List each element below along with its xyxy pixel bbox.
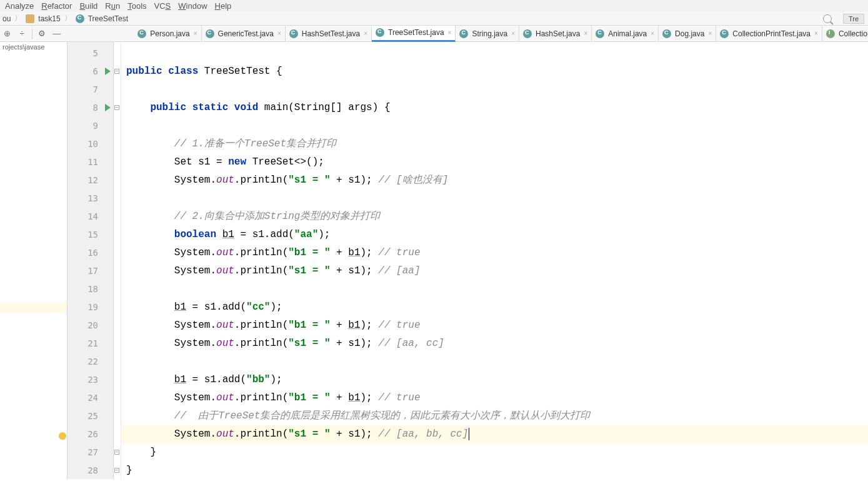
- code-line-16[interactable]: System.out.println("b1 = " + b1); // tru…: [121, 244, 868, 262]
- gutter-line[interactable]: 10: [67, 135, 113, 153]
- run-icon[interactable]: [105, 68, 111, 75]
- menu-tools[interactable]: Tools: [127, 1, 146, 11]
- code-line-21[interactable]: System.out.println("s1 = " + s1); // [aa…: [121, 335, 868, 353]
- gutter-line[interactable]: 26: [67, 425, 113, 443]
- gutter-line[interactable]: 9: [67, 117, 113, 135]
- menu-help[interactable]: Help: [215, 1, 232, 11]
- class-icon: [137, 29, 146, 38]
- code-line-20[interactable]: System.out.println("b1 = " + b1); // tru…: [121, 316, 868, 335]
- gutter-line[interactable]: 25: [67, 407, 113, 425]
- search-icon[interactable]: [823, 14, 832, 23]
- interface-icon: [826, 29, 835, 38]
- menu-analyze[interactable]: Analyze: [5, 1, 34, 11]
- code-line-9[interactable]: [121, 117, 868, 135]
- run-icon[interactable]: [105, 104, 111, 111]
- tab-collectionprinttest-java[interactable]: CollectionPrintTest.java×: [716, 26, 822, 41]
- tab-generictest-java[interactable]: GenericTest.java×: [202, 26, 286, 41]
- selected-file-item[interactable]: [0, 302, 67, 312]
- close-icon[interactable]: ×: [708, 30, 712, 37]
- code-line-23[interactable]: b1 = s1.add("bb");: [121, 371, 868, 389]
- gutter-line[interactable]: 20: [67, 316, 113, 335]
- code-line-5[interactable]: [121, 44, 868, 63]
- fold-icon[interactable]: −: [114, 450, 119, 455]
- code-line-27[interactable]: }: [121, 443, 868, 462]
- tab-label: TreeSetTest.java: [388, 28, 444, 37]
- tab-treesettest-java[interactable]: TreeSetTest.java×: [372, 26, 456, 42]
- code-body[interactable]: public class TreeSetTest { public static…: [121, 42, 868, 479]
- gutter-line[interactable]: 8−: [67, 99, 113, 117]
- breadcrumb-bar: ou 〉 task15 〉 TreeSetTest Tre: [0, 12, 868, 26]
- gutter-line[interactable]: 17: [67, 262, 113, 280]
- tab-person-java[interactable]: Person.java×: [134, 26, 201, 41]
- tree-button[interactable]: Tre: [843, 14, 864, 24]
- code-line-26[interactable]: System.out.println("s1 = " + s1); // [aa…: [121, 425, 868, 443]
- breadcrumb-part[interactable]: task15: [38, 14, 60, 23]
- code-line-14[interactable]: // 2.向集合中添加String类型的对象并打印: [121, 208, 868, 226]
- tab-hashset-java[interactable]: HashSet.java×: [519, 26, 592, 41]
- code-line-19[interactable]: b1 = s1.add("cc");: [121, 298, 868, 316]
- tab-collection-java[interactable]: Collection.java×: [822, 26, 868, 41]
- gutter-line[interactable]: 14: [67, 208, 113, 226]
- code-line-7[interactable]: [121, 81, 868, 99]
- gutter-line[interactable]: 11: [67, 153, 113, 171]
- gutter-line[interactable]: 28−: [67, 462, 113, 479]
- tab-string-java[interactable]: String.java×: [456, 26, 519, 41]
- intention-bulb-icon[interactable]: [59, 432, 66, 440]
- fold-icon[interactable]: −: [114, 69, 119, 74]
- code-line-13[interactable]: [121, 190, 868, 208]
- code-line-17[interactable]: System.out.println("s1 = " + s1); // [aa…: [121, 262, 868, 280]
- menu-refactor[interactable]: Refactor: [41, 1, 72, 11]
- close-icon[interactable]: ×: [448, 29, 452, 36]
- code-line-24[interactable]: System.out.println("b1 = " + b1); // tru…: [121, 389, 868, 407]
- close-icon[interactable]: ×: [277, 30, 281, 37]
- gutter: 56−78−9101112131415161718192021222324252…: [67, 42, 114, 479]
- code-line-15[interactable]: boolean b1 = s1.add("aa");: [121, 226, 868, 244]
- code-line-11[interactable]: Set s1 = new TreeSet<>();: [121, 153, 868, 171]
- collapse-icon[interactable]: —: [52, 29, 61, 39]
- gutter-line[interactable]: 15: [67, 226, 113, 244]
- gutter-line[interactable]: 5: [67, 44, 113, 63]
- close-icon[interactable]: ×: [511, 30, 515, 37]
- gutter-line[interactable]: 18: [67, 280, 113, 298]
- gutter-line[interactable]: 21: [67, 335, 113, 353]
- code-line-6[interactable]: public class TreeSetTest {: [121, 63, 868, 81]
- tab-hashsettest-java[interactable]: HashSetTest.java×: [286, 26, 372, 41]
- expand-icon[interactable]: ÷: [17, 29, 26, 39]
- target-icon[interactable]: ⊕: [2, 29, 12, 39]
- gutter-line[interactable]: 12: [67, 171, 113, 190]
- code-line-8[interactable]: public static void main(String[] args) {: [121, 99, 868, 117]
- gear-icon[interactable]: ⚙: [37, 29, 47, 39]
- code-line-12[interactable]: System.out.println("s1 = " + s1); // [啥也…: [121, 171, 868, 190]
- code-line-25[interactable]: // 由于TreeSet集合的底层是采用红黑树实现的，因此元素有大小次序，默认从…: [121, 407, 868, 425]
- gutter-line[interactable]: 27−: [67, 443, 113, 462]
- tab-animal-java[interactable]: Animal.java×: [592, 26, 659, 41]
- close-icon[interactable]: ×: [584, 30, 587, 37]
- code-line-18[interactable]: [121, 280, 868, 298]
- close-icon[interactable]: ×: [364, 30, 367, 37]
- breadcrumb-sep: 〉: [64, 13, 72, 24]
- gutter-line[interactable]: 16: [67, 244, 113, 262]
- fold-icon[interactable]: −: [114, 468, 119, 473]
- menu-window[interactable]: Window: [178, 1, 207, 11]
- gutter-line[interactable]: 13: [67, 190, 113, 208]
- tab-dog-java[interactable]: Dog.java×: [659, 26, 716, 41]
- menu-run[interactable]: Run: [105, 1, 120, 11]
- class-icon: [459, 29, 468, 38]
- gutter-line[interactable]: 23: [67, 371, 113, 389]
- close-icon[interactable]: ×: [651, 30, 654, 37]
- close-icon[interactable]: ×: [194, 30, 197, 37]
- breadcrumb-part[interactable]: TreeSetTest: [88, 14, 128, 23]
- code-line-28[interactable]: }: [121, 462, 868, 479]
- gutter-line[interactable]: 6−: [67, 63, 113, 81]
- breadcrumb-part[interactable]: ou: [2, 14, 11, 23]
- gutter-line[interactable]: 24: [67, 389, 113, 407]
- close-icon[interactable]: ×: [814, 30, 818, 37]
- menu-build[interactable]: Build: [79, 1, 97, 11]
- fold-icon[interactable]: −: [114, 105, 119, 110]
- gutter-line[interactable]: 22: [67, 353, 113, 371]
- menu-vcs[interactable]: VCS: [154, 1, 171, 11]
- gutter-line[interactable]: 19: [67, 298, 113, 316]
- code-line-22[interactable]: [121, 353, 868, 371]
- code-line-10[interactable]: // 1.准备一个TreeSet集合并打印: [121, 135, 868, 153]
- gutter-line[interactable]: 7: [67, 81, 113, 99]
